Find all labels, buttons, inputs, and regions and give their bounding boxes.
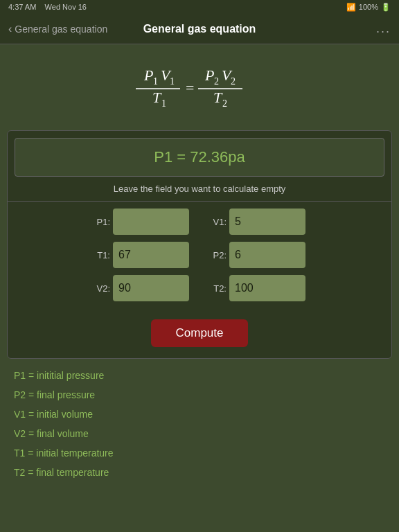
gas-equation-svg: P 1 V 1 T 1 = P 2 V 2 T 2 <box>123 61 276 116</box>
svg-text:1: 1 <box>170 76 175 87</box>
input-group-v2: V2: <box>94 275 189 301</box>
input-p2[interactable] <box>229 242 305 268</box>
battery-status: 100% <box>359 3 378 11</box>
label-t2: T2: <box>210 283 227 294</box>
input-group-p1: P1: <box>94 209 189 235</box>
nav-back-button[interactable]: ‹ General gas equation <box>8 23 107 35</box>
svg-text:2: 2 <box>222 98 227 109</box>
calculator-container: P1 = 72.36pa Leave the field you want to… <box>7 130 392 359</box>
nav-back-label: General gas equation <box>15 24 107 35</box>
battery-icon: 🔋 <box>381 3 391 12</box>
status-right: 📶 100% 🔋 <box>346 3 391 12</box>
svg-text:T: T <box>213 89 223 106</box>
input-group-v1: V1: <box>210 209 305 235</box>
svg-text:2: 2 <box>214 76 219 87</box>
svg-text:P: P <box>143 66 153 84</box>
input-v1[interactable] <box>229 209 305 235</box>
input-t2[interactable] <box>229 275 305 301</box>
input-row-2: T1: P2: <box>21 242 378 268</box>
status-time: 4:37 AM <box>8 3 36 11</box>
instruction-text: Leave the field you want to calculate em… <box>8 177 391 202</box>
input-grid: P1: V1: T1: P2: V2: <box>8 202 391 315</box>
formula-display: P 1 V 1 T 1 = P 2 V 2 T 2 <box>123 61 276 116</box>
legend-v1: V1 = initial volume <box>14 409 385 420</box>
svg-text:1: 1 <box>153 76 158 87</box>
result-display: P1 = 72.36pa <box>15 138 384 177</box>
label-v2: V2: <box>94 283 110 294</box>
label-p1: P1: <box>94 217 110 227</box>
chevron-left-icon: ‹ <box>8 23 12 35</box>
legend-p1: P1 = inititial pressure <box>14 370 385 381</box>
nav-dots: ... <box>376 21 391 36</box>
input-t1[interactable] <box>113 242 189 268</box>
input-row-1: P1: V1: <box>21 209 378 235</box>
legend-t2: T2 = final temperature <box>14 467 385 478</box>
formula-area: P 1 V 1 T 1 = P 2 V 2 T 2 <box>0 44 399 130</box>
label-t1: T1: <box>94 250 110 260</box>
status-time-date: 4:37 AM Wed Nov 16 <box>8 3 87 11</box>
input-group-t2: T2: <box>210 275 305 301</box>
result-text: P1 = 72.36pa <box>154 148 245 166</box>
legend-t1: T1 = initial temperature <box>14 447 385 459</box>
legend: P1 = inititial pressure P2 = final press… <box>0 359 399 478</box>
legend-p2: P2 = final pressure <box>14 389 385 400</box>
compute-button[interactable]: Compute <box>151 319 249 347</box>
input-p1[interactable] <box>113 209 189 235</box>
svg-text:T: T <box>152 89 162 106</box>
input-group-t1: T1: <box>94 242 189 268</box>
label-v1: V1: <box>210 217 227 227</box>
input-row-3: V2: T2: <box>21 275 378 301</box>
input-v2[interactable] <box>113 275 189 301</box>
wifi-icon: 📶 <box>346 3 356 12</box>
svg-text:P: P <box>204 66 214 84</box>
input-group-p2: P2: <box>210 242 305 268</box>
nav-title: General gas equation <box>143 23 256 35</box>
legend-v2: V2 = final volume <box>14 428 385 439</box>
svg-text:=: = <box>186 79 194 96</box>
svg-text:2: 2 <box>231 76 236 87</box>
label-p2: P2: <box>210 250 227 260</box>
status-bar: 4:37 AM Wed Nov 16 📶 100% 🔋 <box>0 0 399 14</box>
status-date: Wed Nov 16 <box>45 3 87 11</box>
compute-btn-row: Compute <box>8 315 391 358</box>
nav-bar: ‹ General gas equation General gas equat… <box>0 14 399 44</box>
svg-text:1: 1 <box>161 98 166 109</box>
